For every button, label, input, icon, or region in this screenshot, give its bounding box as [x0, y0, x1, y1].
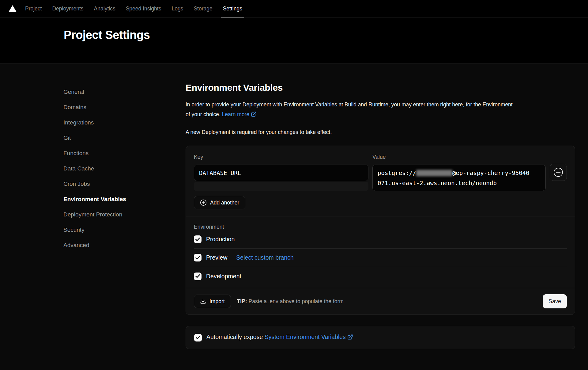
value-line2: 071.us-east-2.aws.neon.tech/neondb	[378, 178, 541, 188]
value-label: Value	[372, 154, 546, 160]
add-another-button[interactable]: Add another	[194, 196, 245, 209]
system-env-vars-link[interactable]: System Environment Variables	[265, 334, 346, 340]
external-link-icon	[347, 334, 353, 341]
section-title: Environment Variables	[186, 82, 575, 93]
sidebar-item-functions[interactable]: Functions	[63, 146, 186, 161]
auto-expose-label: Automatically expose	[206, 334, 263, 340]
section-description: In order to provide your Deployment with…	[186, 100, 575, 120]
auto-expose-checkbox[interactable]	[194, 334, 202, 341]
value-prefix: postgres://	[378, 170, 416, 176]
card-footer: Import TIP: Paste a .env above to popula…	[186, 288, 575, 315]
env-var-card: Key Value postgres://@ep-raspy-cherry-95…	[186, 146, 575, 315]
auto-expose-text: Automatically expose System Environment …	[206, 334, 353, 341]
tab-deployments[interactable]: Deployments	[52, 0, 83, 17]
tab-analytics[interactable]: Analytics	[94, 0, 115, 17]
import-label: Import	[209, 298, 225, 305]
key-label: Key	[194, 154, 368, 160]
production-checkbox[interactable]	[194, 235, 202, 243]
tab-settings[interactable]: Settings	[223, 0, 242, 17]
tab-project[interactable]: Project	[25, 0, 42, 17]
page-title: Project Settings	[0, 17, 588, 42]
check-icon	[195, 256, 200, 260]
value-line1: postgres://@ep-raspy-cherry-95040	[378, 168, 541, 178]
sidebar-item-security[interactable]: Security	[63, 222, 186, 238]
vercel-triangle-icon	[9, 5, 17, 12]
tab-speed-insights[interactable]: Speed Insights	[126, 0, 161, 17]
environment-label: Environment	[194, 216, 567, 230]
auto-expose-card: Automatically expose System Environment …	[186, 326, 575, 349]
nav-tabs: Project Deployments Analytics Speed Insi…	[25, 0, 242, 17]
remove-row-button[interactable]	[550, 164, 567, 181]
sidebar-item-git[interactable]: Git	[63, 130, 186, 146]
tip-bold: TIP:	[237, 298, 247, 304]
save-button[interactable]: Save	[543, 294, 567, 308]
plus-circle-icon	[200, 199, 207, 206]
check-icon	[195, 238, 200, 241]
sidebar-item-deployment-protection[interactable]: Deployment Protection	[63, 207, 186, 222]
key-input[interactable]	[194, 165, 368, 181]
import-button[interactable]: Import	[194, 295, 231, 308]
select-custom-branch-link[interactable]: Select custom branch	[236, 254, 294, 261]
production-label: Production	[206, 236, 235, 243]
external-link-icon	[251, 110, 257, 120]
tip-text: TIP: Paste a .env above to populate the …	[237, 298, 344, 305]
learn-more-link[interactable]: Learn more	[222, 111, 250, 117]
description-line1: In order to provide your Deployment with…	[186, 101, 513, 108]
preview-label: Preview	[206, 254, 227, 261]
redacted-secret	[416, 170, 452, 176]
key-input-filler	[194, 182, 368, 191]
top-nav: Project Deployments Analytics Speed Insi…	[0, 0, 588, 17]
check-icon	[196, 336, 200, 339]
add-another-label: Add another	[210, 200, 239, 206]
minus-circle-icon	[553, 167, 564, 177]
env-var-form: Key Value postgres://@ep-raspy-cherry-95…	[186, 146, 575, 216]
environment-section: Environment Production Preview Select cu…	[186, 216, 575, 288]
tab-logs[interactable]: Logs	[172, 0, 183, 17]
sidebar-item-domains[interactable]: Domains	[63, 100, 186, 115]
vercel-logo[interactable]	[0, 5, 25, 12]
sidebar-item-data-cache[interactable]: Data Cache	[63, 161, 186, 176]
settings-sidebar: General Domains Integrations Git Functio…	[63, 63, 186, 349]
tip-body: Paste a .env above to populate the form	[249, 298, 344, 304]
check-icon	[195, 274, 200, 278]
value-suffix: @ep-raspy-cherry-95040	[452, 170, 530, 176]
env-row-preview: Preview Select custom branch	[194, 249, 567, 267]
env-row-development: Development	[194, 267, 567, 285]
development-checkbox[interactable]	[194, 273, 202, 280]
preview-checkbox[interactable]	[194, 254, 202, 261]
sidebar-item-cron-jobs[interactable]: Cron Jobs	[63, 176, 186, 192]
development-label: Development	[206, 273, 241, 280]
download-icon	[200, 298, 206, 304]
description-line2: of your choice.	[186, 111, 221, 117]
value-textarea[interactable]: postgres://@ep-raspy-cherry-95040 071.us…	[372, 165, 546, 191]
sidebar-item-advanced[interactable]: Advanced	[63, 238, 186, 253]
sidebar-item-environment-variables[interactable]: Environment Variables	[63, 192, 186, 207]
page-header: Project Settings	[0, 17, 588, 63]
deployment-note: A new Deployment is required for your ch…	[186, 129, 575, 135]
content: General Domains Integrations Git Functio…	[0, 63, 588, 349]
env-row-production: Production	[194, 230, 567, 249]
tab-storage[interactable]: Storage	[194, 0, 212, 17]
sidebar-item-general[interactable]: General	[63, 84, 186, 100]
sidebar-item-integrations[interactable]: Integrations	[63, 115, 186, 130]
main-panel: Environment Variables In order to provid…	[186, 63, 575, 349]
